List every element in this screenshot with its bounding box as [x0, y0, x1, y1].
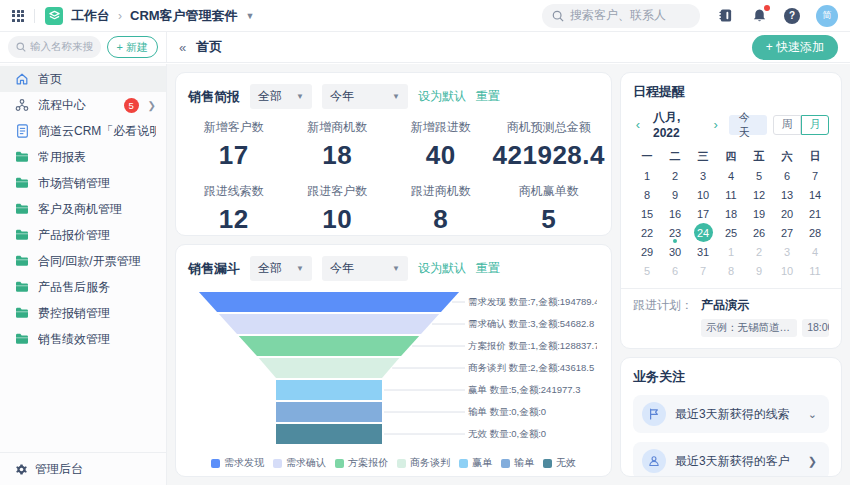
sidebar-item[interactable]: 流程中心5❯ — [0, 92, 166, 118]
global-search-input[interactable]: 搜索客户、联系人 — [542, 4, 700, 28]
sidebar-item[interactable]: 首页 — [0, 66, 166, 92]
calendar-day[interactable]: 16 — [661, 204, 689, 223]
user-avatar[interactable]: 简 — [816, 5, 838, 27]
calendar-day[interactable]: 25 — [717, 223, 745, 242]
workspace-label[interactable]: 工作台 — [71, 7, 110, 25]
legend-item[interactable]: 输单 — [501, 456, 534, 470]
quick-add-button[interactable]: + 快速添加 — [752, 35, 838, 60]
legend-item[interactable]: 方案报价 — [335, 456, 388, 470]
legend-item[interactable]: 无效 — [543, 456, 576, 470]
legend-item[interactable]: 赢单 — [459, 456, 492, 470]
workbench-logo-icon[interactable] — [45, 7, 63, 25]
chevron-right-icon[interactable]: ❯ — [808, 455, 817, 468]
chevron-down-icon[interactable]: ⌄ — [808, 408, 817, 421]
funnel-period-select[interactable]: 今年▼ — [322, 256, 408, 281]
calendar-day[interactable]: 6 — [773, 166, 801, 185]
calendar-day[interactable]: 11 — [801, 261, 829, 280]
calendar-day-selected[interactable]: 24 — [689, 223, 717, 242]
calendar-day[interactable]: 28 — [801, 223, 829, 242]
calendar-day[interactable]: 21 — [801, 204, 829, 223]
new-button[interactable]: + 新建 — [107, 36, 158, 58]
legend-item[interactable]: 需求发现 — [211, 456, 264, 470]
collapse-sidebar-icon[interactable]: « — [179, 40, 186, 55]
sidebar-item[interactable]: 客户及商机管理 — [0, 196, 166, 222]
calendar-day[interactable]: 29 — [633, 242, 661, 261]
funnel-scope-select[interactable]: 全部▼ — [250, 256, 312, 281]
funnel-segment[interactable] — [276, 380, 382, 400]
calendar-day[interactable]: 13 — [773, 185, 801, 204]
calendar-day[interactable]: 1 — [633, 166, 661, 185]
funnel-segment[interactable] — [239, 336, 419, 356]
legend-item[interactable]: 商务谈判 — [397, 456, 450, 470]
calendar-day[interactable]: 9 — [661, 185, 689, 204]
calendar-day[interactable]: 15 — [633, 204, 661, 223]
calendar-day[interactable]: 3 — [689, 166, 717, 185]
funnel-segment[interactable] — [219, 314, 439, 334]
calendar-day[interactable]: 10 — [689, 185, 717, 204]
funnel-segment[interactable] — [199, 292, 459, 312]
funnel-segment[interactable] — [259, 358, 399, 378]
sidebar-item[interactable]: 产品报价管理 — [0, 222, 166, 248]
sidebar-search-input[interactable]: 输入名称来搜索 — [8, 36, 101, 58]
calendar-day[interactable]: 1 — [717, 242, 745, 261]
app-title-caret-icon[interactable]: ▼ — [246, 11, 255, 21]
brief-scope-select[interactable]: 全部▼ — [250, 84, 312, 109]
sidebar-item[interactable]: 产品售后服务 — [0, 274, 166, 300]
calendar-day[interactable]: 14 — [801, 185, 829, 204]
add-plan-link[interactable]: + 添加跟进计划 — [633, 347, 829, 349]
funnel-segment[interactable] — [276, 402, 382, 422]
calendar-day[interactable]: 8 — [717, 261, 745, 280]
sidebar-item[interactable]: 费控报销管理 — [0, 300, 166, 326]
calendar-day[interactable]: 2 — [745, 242, 773, 261]
calendar-day[interactable]: 5 — [633, 261, 661, 280]
calendar-day[interactable]: 26 — [745, 223, 773, 242]
calendar-day[interactable]: 4 — [717, 166, 745, 185]
calendar-day[interactable]: 11 — [717, 185, 745, 204]
sidebar-item[interactable]: 简道云CRM「必看说明」 — [0, 118, 166, 144]
calendar-next-icon[interactable]: › — [711, 117, 721, 132]
calendar-day[interactable]: 17 — [689, 204, 717, 223]
calendar-day[interactable]: 6 — [661, 261, 689, 280]
sidebar-item[interactable]: 销售绩效管理 — [0, 326, 166, 352]
plan-title[interactable]: 产品演示 — [701, 297, 829, 314]
calendar-day[interactable]: 2 — [661, 166, 689, 185]
notifications-bell-icon[interactable] — [750, 7, 768, 25]
contacts-book-icon[interactable] — [716, 7, 734, 25]
week-toggle[interactable]: 周 — [773, 115, 801, 135]
sidebar-item-admin[interactable]: 管理后台 — [0, 452, 166, 485]
calendar-day[interactable]: 20 — [773, 204, 801, 223]
calendar-day[interactable]: 8 — [633, 185, 661, 204]
app-grid-icon[interactable] — [12, 10, 24, 22]
sidebar-item[interactable]: 合同/回款/开票管理 — [0, 248, 166, 274]
legend-item[interactable]: 需求确认 — [273, 456, 326, 470]
calendar-day[interactable]: 19 — [745, 204, 773, 223]
funnel-reset-link[interactable]: 重置 — [476, 260, 500, 277]
app-title[interactable]: CRM客户管理套件 — [130, 7, 238, 25]
month-toggle[interactable]: 月 — [801, 115, 829, 135]
calendar-day[interactable]: 5 — [745, 166, 773, 185]
help-icon[interactable]: ? — [784, 8, 800, 24]
brief-set-default-link[interactable]: 设为默认 — [418, 88, 466, 105]
calendar-day[interactable]: 7 — [689, 261, 717, 280]
calendar-day[interactable]: 31 — [689, 242, 717, 261]
calendar-day[interactable]: 18 — [717, 204, 745, 223]
calendar-day[interactable]: 10 — [773, 261, 801, 280]
calendar-day[interactable]: 7 — [801, 166, 829, 185]
sidebar-item[interactable]: 市场营销管理 — [0, 170, 166, 196]
calendar-day[interactable]: 12 — [745, 185, 773, 204]
brief-reset-link[interactable]: 重置 — [476, 88, 500, 105]
calendar-day[interactable]: 4 — [801, 242, 829, 261]
focus-row[interactable]: 最近3天新获得的客户❯ — [633, 442, 829, 477]
calendar-day[interactable]: 30 — [661, 242, 689, 261]
funnel-set-default-link[interactable]: 设为默认 — [418, 260, 466, 277]
calendar-day[interactable]: 23 — [661, 223, 689, 242]
chevron-right-icon[interactable]: ❯ — [148, 100, 156, 111]
calendar-prev-icon[interactable]: ‹ — [633, 117, 643, 132]
calendar-day[interactable]: 27 — [773, 223, 801, 242]
sidebar-item[interactable]: 常用报表 — [0, 144, 166, 170]
focus-row[interactable]: 最近3天新获得的线索⌄ — [633, 395, 829, 433]
today-button[interactable]: 今天 — [729, 115, 767, 135]
funnel-segment[interactable] — [276, 424, 382, 444]
brief-period-select[interactable]: 今年▼ — [322, 84, 408, 109]
calendar-day[interactable]: 22 — [633, 223, 661, 242]
